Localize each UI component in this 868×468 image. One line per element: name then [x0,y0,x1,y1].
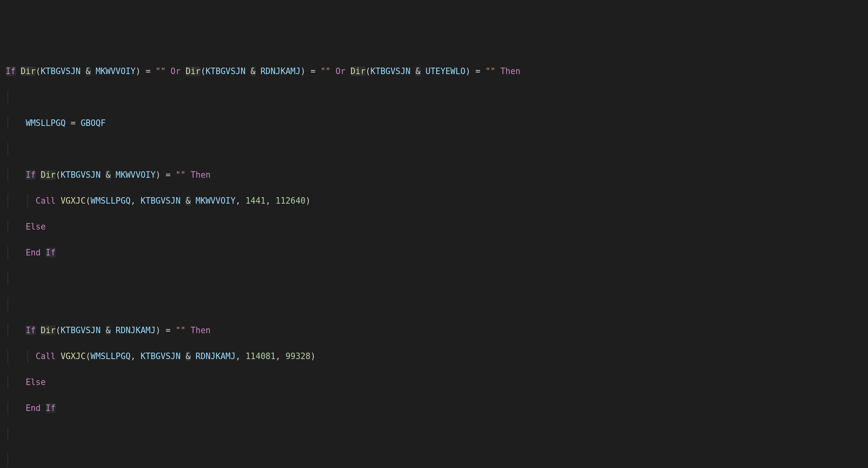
identifier: KTBGVSJN [206,66,246,76]
indent-guide [8,272,8,285]
identifier: RDNJKAMJ [116,325,156,335]
keyword-or: Or [336,66,346,76]
string-literal: "" [176,170,186,180]
punct-eq: = [166,170,170,180]
function-vgxjc: VGXJC [61,196,86,206]
keyword-end: End [26,403,40,413]
indent-guide [8,376,8,389]
number-literal: 114081 [246,351,276,361]
code-line: If Dir(KTBGVSJN & RDNJKAMJ) = "" Then [6,324,862,337]
identifier: KTBGVSJN [140,351,181,361]
punct-rpar: ) [300,66,305,76]
keyword-if: If [26,170,36,180]
code-line [6,428,862,440]
identifier: GBOQF [81,118,106,128]
identifier: RDNJKAMJ [261,66,301,76]
code-line: If Dir(KTBGVSJN & MKWVVOIY) = "" Then [6,168,862,181]
indent-guide [8,350,8,363]
identifier: RDNJKAMJ [196,351,236,361]
identifier: KTBGVSJN [370,66,411,76]
number-literal: 112640 [276,196,306,206]
keyword-then: Then [191,325,211,335]
keyword-if: If [26,325,36,335]
function-dir: Dir [40,325,55,335]
punct-lpar: ( [55,325,60,335]
code-line [6,272,862,285]
indent-guide [8,220,8,233]
keyword-end: End [26,248,40,257]
punct-eq: = [475,66,480,76]
punct-amp: & [185,196,190,206]
string-literal: "" [176,325,186,335]
identifier: MKWVVOIY [196,196,236,206]
keyword-then: Then [500,66,520,76]
code-line [6,453,862,466]
punct-amp: & [185,351,190,361]
indent-guide [28,194,28,207]
keyword-or: Or [170,66,181,76]
indent-guide [8,194,8,207]
indent-guide [8,428,8,440]
punct-lpar: ( [366,66,370,76]
identifier: KTBGVSJN [61,170,101,180]
punct-comma: , [266,196,270,206]
punct-comma: , [131,196,136,206]
string-literal: "" [485,66,496,76]
code-line: WMSLLPGQ = GBOQF [6,117,862,130]
code-line: If Dir(KTBGVSJN & MKWVVOIY) = "" Or Dir(… [6,65,862,78]
function-dir: Dir [351,66,366,76]
punct-rpar: ) [466,66,470,76]
string-literal: "" [321,66,331,76]
keyword-call: Call [36,351,55,361]
identifier: KTBGVSJN [40,66,81,76]
punct-amp: & [86,66,91,76]
code-line: End If [6,402,862,415]
punct-rpar: ) [136,66,140,76]
identifier: WMSLLPGQ [91,351,131,361]
code-editor[interactable]: If Dir(KTBGVSJN & MKWVVOIY) = "" Or Dir(… [0,52,868,468]
punct-eq: = [146,66,151,76]
punct-amp: & [415,66,420,76]
punct-lpar: ( [86,351,91,361]
keyword-then: Then [191,170,211,180]
punct-comma: , [276,351,281,361]
code-line: Call VGXJC(WMSLLPGQ, KTBGVSJN & RDNJKAMJ… [6,350,862,363]
function-dir: Dir [185,66,200,76]
identifier: MKWVVOIY [116,170,156,180]
punct-comma: , [236,351,240,361]
indent-guide [28,350,28,363]
code-line [6,298,862,311]
keyword-call: Call [36,196,55,206]
indent-guide [8,117,8,130]
number-literal: 99328 [285,351,311,361]
keyword-if: If [6,66,16,76]
function-dir: Dir [40,170,55,180]
string-literal: "" [155,66,166,76]
punct-lpar: ( [86,196,91,206]
code-line: Else [6,376,862,389]
punct-comma: , [131,351,136,361]
keyword-else: Else [26,377,45,387]
indent-guide [8,453,8,466]
punct-lpar: ( [36,66,40,76]
punct-comma: , [236,196,240,206]
code-line [6,91,862,104]
punct-rpar: ) [155,170,160,180]
code-line: Call VGXJC(WMSLLPGQ, KTBGVSJN & MKWVVOIY… [6,194,862,207]
function-dir: Dir [21,66,36,76]
keyword-else: Else [26,222,45,232]
function-vgxjc: VGXJC [61,351,86,361]
punct-amp: & [106,170,111,180]
indent-guide [8,91,8,104]
punct-eq: = [311,66,315,76]
keyword-if: If [46,403,56,413]
code-line: End If [6,246,862,259]
punct-rpar: ) [306,196,311,206]
number-literal: 1441 [246,196,266,206]
punct-eq: = [166,325,170,335]
code-line [6,143,862,155]
identifier: WMSLLPGQ [91,196,131,206]
identifier: UTEYEWLO [425,66,466,76]
indent-guide [8,143,8,155]
identifier: WMSLLPGQ [26,118,66,128]
